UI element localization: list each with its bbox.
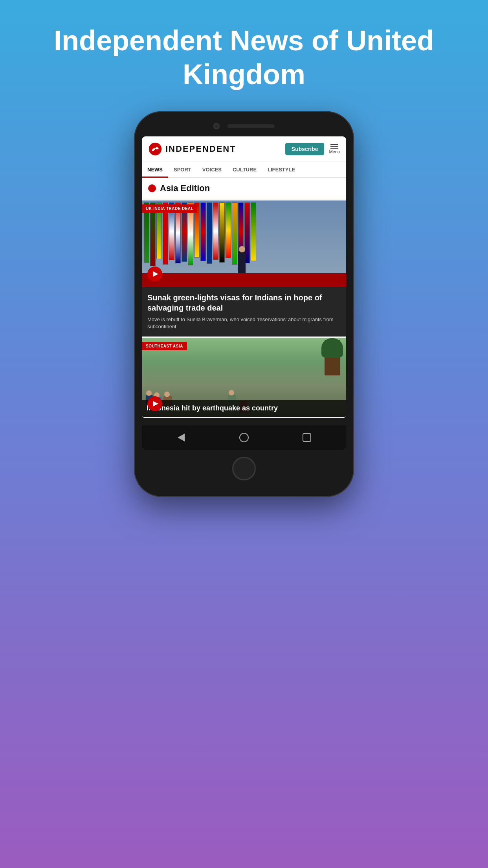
menu-button[interactable]: Menu	[329, 144, 340, 154]
tab-lifestyle[interactable]: LIFESTYLE	[262, 162, 301, 177]
tab-sport[interactable]: SPORT	[168, 162, 197, 177]
back-button[interactable]	[175, 432, 187, 443]
app-header: INDEPENDENT Subscribe Menu	[142, 136, 346, 162]
edition-title: Asia Edition	[160, 183, 210, 193]
home-circle-icon	[239, 433, 249, 442]
red-carpet	[142, 273, 346, 287]
article-card-1[interactable]: UK-INDIA TRADE DEAL Sunak green-lights v…	[142, 200, 346, 337]
article-1-category-badge: UK-INDIA TRADE DEAL	[142, 204, 197, 213]
logo-text: INDEPENDENT	[165, 144, 236, 154]
hamburger-icon	[330, 144, 338, 149]
home-button[interactable]	[238, 432, 250, 443]
logo-area: INDEPENDENT	[148, 142, 236, 156]
article-2-headline: Indonesia hit by earthquake as country	[147, 404, 341, 413]
phone-bottom-bar	[142, 425, 346, 450]
phone-shell: INDEPENDENT Subscribe Menu NEWS SPORT VO…	[134, 111, 354, 497]
play-icon	[153, 271, 158, 277]
subscribe-button[interactable]: Subscribe	[285, 143, 325, 155]
article-card-2[interactable]: SOUTHEAST ASIA Indonesia hit by earthqua…	[142, 338, 346, 417]
article-1-text-overlay: Sunak green-lights visas for Indians in …	[142, 287, 346, 337]
article-1-play-button[interactable]	[147, 267, 162, 281]
phone-speaker	[227, 124, 275, 128]
back-icon	[178, 434, 185, 441]
article-1-subtext: Move is rebuff to Suella Braverman, who …	[147, 316, 341, 330]
play-icon-2	[153, 401, 158, 406]
header-actions: Subscribe Menu	[285, 143, 340, 155]
live-dot	[148, 184, 156, 192]
nav-tabs: NEWS SPORT VOICES CULTURE LIFESTYLE	[142, 162, 346, 178]
article-1-image	[142, 200, 346, 287]
recents-icon	[303, 433, 311, 442]
article-2-play-button[interactable]	[147, 396, 162, 411]
article-1-headline: Sunak green-lights visas for Indians in …	[147, 292, 341, 313]
phone-screen: INDEPENDENT Subscribe Menu NEWS SPORT VO…	[142, 136, 346, 418]
article-2-category-badge: SOUTHEAST ASIA	[142, 342, 187, 350]
tab-news[interactable]: NEWS	[142, 162, 168, 177]
article-1-image-container: UK-INDIA TRADE DEAL	[142, 200, 346, 287]
phone-top-bar	[142, 123, 346, 129]
tab-voices[interactable]: VOICES	[197, 162, 227, 177]
page-title: Independent News of United Kingdom	[0, 0, 488, 111]
edition-bar: Asia Edition	[142, 178, 346, 199]
recents-button[interactable]	[301, 432, 313, 443]
tab-culture[interactable]: CULTURE	[227, 162, 262, 177]
home-physical-button[interactable]	[232, 457, 256, 480]
content-area: Asia Edition	[142, 178, 346, 418]
phone-home-button-area	[142, 450, 346, 485]
eagle-logo-icon	[148, 142, 162, 156]
phone-camera	[213, 123, 220, 129]
article-2-image-container: SOUTHEAST ASIA Indonesia hit by earthqua…	[142, 338, 346, 417]
menu-label: Menu	[329, 149, 340, 154]
